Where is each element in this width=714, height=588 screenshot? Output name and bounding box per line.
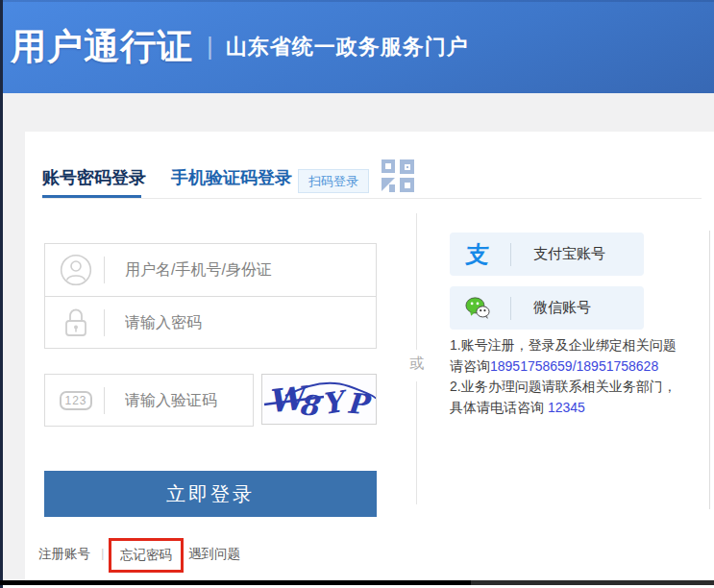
password-row <box>45 297 376 348</box>
tab-account-password-login[interactable]: 账号密码登录 <box>42 166 146 189</box>
links-separator: | <box>101 546 105 560</box>
login-card: 账号密码登录 手机验证码登录 扫码登录 <box>25 132 714 580</box>
portal-subtitle: 山东省统一政务服务门户 <box>226 33 469 61</box>
window-bottom-edge <box>0 580 714 585</box>
svg-text:P: P <box>346 386 373 421</box>
field-divider <box>104 257 105 283</box>
login-button[interactable]: 立即登录 <box>44 471 377 517</box>
title-divider: | <box>207 32 213 61</box>
captcha-input-box: 123 <box>44 374 254 427</box>
tabs-divider-line <box>42 198 702 199</box>
alipay-label: 支付宝账号 <box>533 245 605 263</box>
wechat-login-button[interactable]: 微信账号 <box>450 286 644 330</box>
scan-code-login-button[interactable]: 扫码登录 <box>298 169 369 193</box>
field-divider <box>104 387 105 414</box>
qr-code-icon[interactable] <box>382 159 414 192</box>
tab-sms-code-login[interactable]: 手机验证码登录 <box>171 166 292 189</box>
forgot-password-annotation-box: 忘记密码 <box>109 538 184 573</box>
phone-number: 12345 <box>548 400 585 415</box>
problems-link[interactable]: 遇到问题 <box>188 546 240 563</box>
captcha-123-icon: 123 <box>60 391 92 410</box>
or-divider-line-top <box>416 213 417 350</box>
credentials-box <box>44 243 377 349</box>
field-divider <box>104 309 105 336</box>
help-line: 具体请电话咨询 12345 <box>450 398 713 419</box>
social-divider <box>510 297 511 320</box>
register-account-link[interactable]: 注册账号 <box>38 546 90 563</box>
alipay-login-button[interactable]: 支 支付宝账号 <box>450 233 644 276</box>
social-divider <box>510 243 511 266</box>
username-input[interactable] <box>123 260 376 280</box>
forgot-password-link[interactable]: 忘记密码 <box>120 547 172 564</box>
wechat-label: 微信账号 <box>533 299 591 317</box>
username-row <box>45 244 376 297</box>
alipay-icon: 支 <box>465 239 490 270</box>
password-input[interactable] <box>123 313 376 332</box>
header-banner: 用户通行证 | 山东省统一政务服务门户 <box>3 0 714 93</box>
captcha-input[interactable] <box>123 391 253 410</box>
help-line: 请咨询18951758659/18951758628 <box>450 356 713 378</box>
lock-icon <box>60 306 92 339</box>
help-text: 1.账号注册，登录及企业绑定相关问题 请咨询18951758659/189517… <box>450 335 713 418</box>
phone-number: 18951758659/18951758628 <box>490 358 658 374</box>
captcha-image[interactable]: W 8 Y P <box>261 374 377 425</box>
svg-text:8: 8 <box>297 388 322 423</box>
or-label: 或 <box>406 355 428 373</box>
or-divider-line-bottom <box>416 381 417 504</box>
page-title: 用户通行证 <box>11 23 193 71</box>
wechat-icon <box>465 295 490 321</box>
login-page: 用户通行证 | 山东省统一政务服务门户 账号密码登录 手机验证码登录 扫码登录 <box>0 0 714 588</box>
help-line: 2.业务办理问题请联系相关业务部门， <box>450 377 713 398</box>
user-icon <box>60 254 92 286</box>
help-line: 1.账号注册，登录及企业绑定相关问题 <box>450 335 713 356</box>
